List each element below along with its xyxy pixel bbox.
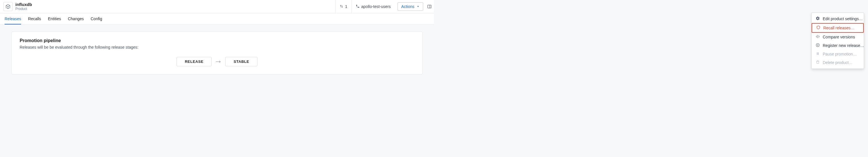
tab-config[interactable]: Config bbox=[91, 16, 102, 25]
panel-toggle-icon[interactable] bbox=[427, 0, 432, 13]
panel-title: Promotion pipeline bbox=[20, 38, 414, 43]
product-title-block: influxdb Product bbox=[16, 2, 32, 11]
header-left: influxdb Product bbox=[3, 2, 32, 11]
sort-count-cell[interactable]: 1 bbox=[335, 0, 351, 13]
caret-down-icon bbox=[416, 4, 420, 9]
product-cube-icon bbox=[3, 2, 12, 11]
stage-release[interactable]: RELEASE bbox=[177, 57, 212, 66]
product-title: influxdb bbox=[16, 2, 32, 7]
tab-releases[interactable]: Releases bbox=[5, 16, 21, 25]
tab-label: Recalls bbox=[28, 16, 41, 21]
tab-label: Releases bbox=[5, 16, 21, 21]
support-contact-label: apollo-test-users bbox=[361, 4, 391, 9]
phone-icon bbox=[356, 4, 360, 9]
tab-label: Config bbox=[91, 16, 102, 21]
tab-changes[interactable]: Changes bbox=[68, 16, 84, 25]
actions-button-label: Actions bbox=[401, 4, 414, 9]
actions-button[interactable]: Actions bbox=[398, 2, 423, 11]
svg-rect-0 bbox=[428, 5, 431, 8]
header-bar: influxdb Product 1 apollo-test-users Act… bbox=[0, 0, 434, 13]
panel-description: Releases will be be evaluated through th… bbox=[20, 45, 414, 49]
sort-count-value: 1 bbox=[345, 4, 347, 9]
stage-stable[interactable]: STABLE bbox=[225, 57, 257, 66]
promotion-pipeline-panel: Promotion pipeline Releases will be be e… bbox=[11, 32, 423, 75]
tab-recalls[interactable]: Recalls bbox=[28, 16, 41, 25]
main-area: Promotion pipeline Releases will be be e… bbox=[0, 25, 434, 79]
product-subtitle: Product bbox=[16, 7, 32, 11]
arrow-right-icon bbox=[216, 60, 221, 64]
header-right: 1 apollo-test-users Actions bbox=[335, 0, 434, 13]
tab-label: Entities bbox=[48, 16, 61, 21]
pipeline-row: RELEASE STABLE bbox=[20, 57, 414, 66]
support-contact-cell[interactable]: apollo-test-users bbox=[351, 0, 395, 13]
tab-entities[interactable]: Entities bbox=[48, 16, 61, 25]
tabs-bar: Releases Recalls Entities Changes Config bbox=[0, 13, 434, 25]
tab-label: Changes bbox=[68, 16, 84, 21]
sort-arrows-icon bbox=[339, 4, 343, 9]
